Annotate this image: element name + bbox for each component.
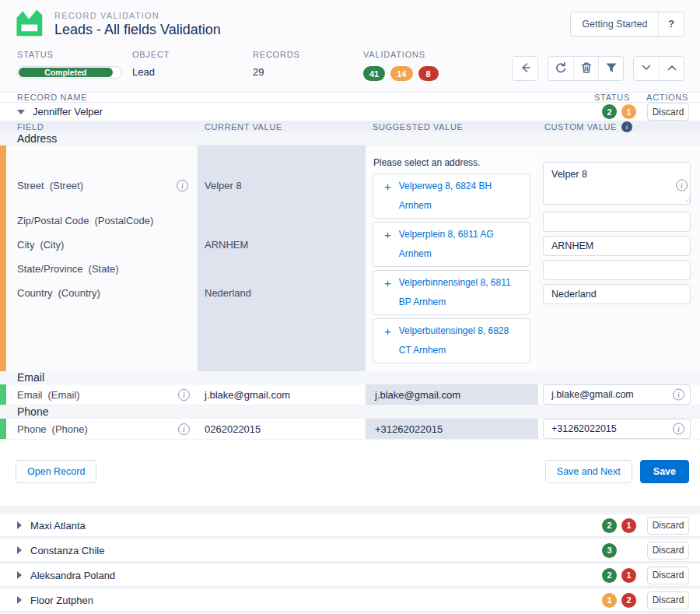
actions-header: ACTIONS bbox=[646, 93, 689, 102]
section-divider bbox=[0, 507, 700, 514]
info-icon[interactable] bbox=[673, 423, 684, 435]
record-row[interactable]: Floor Zutphen 1 2 Discard bbox=[0, 589, 700, 612]
suggested-address-option[interactable]: Velperplein 8, 6811 AG Arnhem bbox=[373, 222, 530, 267]
address-section: Street (Street) Zip/Postal Code (PostalC… bbox=[0, 146, 700, 371]
records-label: RECORDS bbox=[253, 50, 363, 59]
status-badge: 1 bbox=[621, 518, 636, 533]
help-button[interactable]: ? bbox=[658, 12, 684, 36]
detail-footer: Open Record Save and Next Save bbox=[0, 440, 700, 507]
info-icon[interactable] bbox=[177, 180, 188, 191]
getting-started-button[interactable]: Getting Started bbox=[571, 12, 658, 36]
toolbar bbox=[512, 56, 684, 81]
success-indicator-bar bbox=[0, 384, 6, 405]
validations-column: VALIDATIONS 41 14 8 bbox=[363, 50, 439, 81]
expand-triangle-icon[interactable] bbox=[17, 571, 22, 579]
record-row[interactable]: Constanza Chile 3 Discard bbox=[0, 539, 700, 562]
field-label-street: Street (Street) bbox=[17, 162, 190, 209]
info-icon[interactable] bbox=[178, 423, 190, 435]
suggested-address-option[interactable]: Velperbuitensingel 8, 6828 CT Arnhem bbox=[373, 318, 530, 363]
field-label: Email bbox=[17, 389, 43, 401]
field-label-state: State/Province (State) bbox=[17, 257, 190, 281]
field-label: City bbox=[17, 239, 34, 251]
custom-value-column-header: CUSTOM VALUE bbox=[538, 121, 700, 132]
field-label-postalcode: Zip/Postal Code (PostalCode) bbox=[17, 209, 190, 233]
title-block: RECORD VALIDATION Leads - All fields Val… bbox=[54, 11, 221, 38]
collapse-triangle-icon[interactable] bbox=[17, 110, 25, 114]
address-suggestions: Please select an address. Velperweg 8, 6… bbox=[366, 146, 538, 371]
status-column: STATUS Completed bbox=[17, 50, 132, 79]
phone-row: Phone (Phone) 0262022015 +31262022015 bbox=[0, 419, 700, 440]
validations-label: VALIDATIONS bbox=[363, 50, 439, 59]
expand-triangle-icon[interactable] bbox=[17, 546, 22, 554]
filter-button[interactable] bbox=[598, 57, 623, 80]
custom-city-input[interactable] bbox=[543, 236, 691, 256]
current-value-column-header: CURRENT VALUE bbox=[198, 122, 366, 132]
object-value: Lead bbox=[132, 66, 253, 78]
record-badges: 1 2 bbox=[602, 593, 647, 608]
save-and-next-button[interactable]: Save and Next bbox=[545, 460, 632, 483]
discard-button[interactable]: Discard bbox=[647, 103, 689, 121]
custom-country-input[interactable] bbox=[543, 284, 691, 304]
discard-button[interactable]: Discard bbox=[647, 591, 689, 609]
back-button[interactable] bbox=[513, 57, 537, 80]
field-api: (Email) bbox=[48, 389, 80, 401]
current-state bbox=[205, 257, 359, 281]
discard-button[interactable]: Discard bbox=[647, 542, 689, 560]
custom-state-input[interactable] bbox=[543, 260, 691, 280]
object-label: OBJECT bbox=[132, 50, 253, 59]
validation-count-warning: 14 bbox=[390, 66, 412, 81]
field-column-header: FIELD bbox=[0, 122, 198, 132]
delete-button[interactable] bbox=[573, 57, 598, 80]
record-validation-app: RECORD VALIDATION Leads - All fields Val… bbox=[0, 0, 700, 614]
plus-icon bbox=[384, 321, 391, 341]
field-label-city: City (City) bbox=[17, 233, 190, 257]
section-title-phone: Phone bbox=[0, 405, 700, 419]
page-title: Leads - All fields Validation bbox=[54, 22, 221, 38]
expand-all-button[interactable] bbox=[659, 57, 684, 80]
status-label: STATUS bbox=[17, 50, 132, 59]
record-badges: 2 1 bbox=[602, 568, 647, 583]
warning-indicator-bar bbox=[0, 146, 6, 371]
suggested-address-option[interactable]: Velperweg 8, 6824 BH Arnhem bbox=[373, 174, 530, 219]
section-title-address: Address bbox=[0, 132, 700, 146]
custom-email-input[interactable] bbox=[543, 384, 691, 405]
chevron-down-icon bbox=[639, 60, 654, 78]
funnel-icon bbox=[604, 60, 619, 78]
info-icon[interactable] bbox=[178, 389, 190, 401]
save-button[interactable]: Save bbox=[640, 460, 689, 483]
discard-button[interactable]: Discard bbox=[647, 517, 689, 535]
page-header: RECORD VALIDATION Leads - All fields Val… bbox=[0, 0, 700, 44]
record-row-expanded[interactable]: Jenniffer Velper 2 1 Discard bbox=[0, 103, 700, 121]
status-badge: 1 bbox=[621, 568, 636, 583]
open-record-button[interactable]: Open Record bbox=[16, 460, 96, 483]
field-api: (Street) bbox=[50, 180, 83, 191]
field-api: (Country) bbox=[58, 287, 100, 299]
expand-triangle-icon[interactable] bbox=[17, 596, 22, 604]
record-row[interactable]: Aleksandra Poland 2 1 Discard bbox=[0, 564, 700, 587]
collapse-all-button[interactable] bbox=[634, 57, 659, 80]
custom-street-input[interactable]: Velper 8 bbox=[543, 162, 691, 205]
summary-bar: STATUS Completed OBJECT Lead RECORDS 29 … bbox=[0, 44, 700, 92]
plus-icon bbox=[384, 225, 391, 244]
email-suggested-value: j.blake@gmail.com bbox=[366, 384, 538, 405]
refresh-button[interactable] bbox=[548, 57, 573, 80]
record-name: Aleksandra Poland bbox=[30, 570, 115, 581]
expand-triangle-icon[interactable] bbox=[17, 521, 22, 529]
info-icon[interactable] bbox=[673, 389, 684, 401]
status-badge: 1 bbox=[602, 593, 617, 608]
info-icon[interactable] bbox=[676, 179, 688, 191]
suggested-address-option[interactable]: Velperbinnensingel 8, 6811 BP Arnhem bbox=[373, 270, 530, 315]
plus-icon bbox=[384, 273, 391, 293]
discard-button[interactable]: Discard bbox=[647, 567, 689, 584]
email-current-value: j.blake@gmail.com bbox=[198, 384, 366, 405]
info-icon[interactable] bbox=[621, 121, 632, 132]
status-header: STATUS bbox=[594, 93, 646, 102]
field-label: State/Province bbox=[17, 263, 83, 275]
email-row: Email (Email) j.blake@gmail.com j.blake@… bbox=[0, 384, 700, 405]
record-badges: 3 bbox=[602, 543, 647, 558]
header-button-group: Getting Started ? bbox=[570, 12, 684, 37]
custom-postalcode-input[interactable] bbox=[543, 212, 691, 232]
record-row[interactable]: Maxi Atlanta 2 1 Discard bbox=[0, 514, 700, 537]
suggested-address-text: Velperbinnensingel 8, 6811 BP Arnhem bbox=[399, 273, 523, 312]
custom-phone-input[interactable] bbox=[543, 419, 691, 439]
